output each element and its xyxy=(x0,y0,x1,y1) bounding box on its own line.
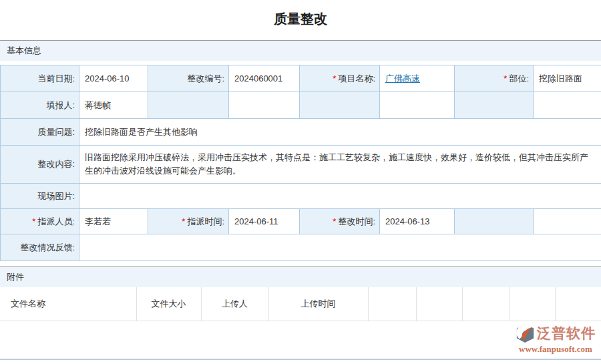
section-header-basic-info: 基本信息 xyxy=(0,40,601,61)
basic-info-form-table: 当前日期: 2024-06-10 整改编号: 2024060001 *项目名称:… xyxy=(0,65,601,261)
fanpu-brand-link[interactable]: 泛普软件 www.fanpusoft.com xyxy=(516,323,596,355)
attachment-col-uploader: 上传人 xyxy=(201,287,268,321)
footer-divider-line xyxy=(0,359,601,360)
site-photo-value xyxy=(79,184,601,209)
required-icon: * xyxy=(182,216,185,226)
rectify-no-label: 整改编号: xyxy=(148,65,229,92)
form-row-7: 整改情况反馈: xyxy=(1,234,601,261)
reporter-value: 蒋德帧 xyxy=(79,92,148,119)
section-header-basic-info-label: 基本信息 xyxy=(7,45,41,55)
project-name-label: *项目名称: xyxy=(300,65,380,92)
rectify-content-label: 整改内容: xyxy=(1,146,79,184)
reporter-label: 填报人: xyxy=(1,92,79,119)
empty-label-cell xyxy=(300,92,380,119)
brand-row: 泛普软件 xyxy=(516,323,596,343)
rectify-time-label: *整改时间: xyxy=(300,209,380,234)
required-icon: * xyxy=(333,73,336,83)
site-photo-label: 现场图片: xyxy=(1,184,79,209)
form-row-1: 当前日期: 2024-06-10 整改编号: 2024060001 *项目名称:… xyxy=(1,65,601,92)
form-row-4: 整改内容: 旧路面挖除采用冲压破碎法，采用冲击压实技术，其特点是：施工工艺较复杂… xyxy=(1,146,601,184)
required-icon: * xyxy=(333,216,336,226)
required-icon: * xyxy=(504,73,507,83)
empty-label-cell xyxy=(455,92,534,119)
assign-time-label: *指派时间: xyxy=(148,209,229,234)
assign-time-value: 2024-06-11 xyxy=(229,209,300,234)
attachment-header-empty-cell xyxy=(462,287,509,321)
quality-issue-label: 质量问题: xyxy=(1,119,79,146)
rectify-content-value: 旧路面挖除采用冲压破碎法，采用冲击压实技术，其特点是：施工工艺较复杂，施工速度快… xyxy=(79,146,601,184)
assignee-value: 李若若 xyxy=(79,209,148,234)
empty-value-cell xyxy=(534,92,601,119)
attachments-header-row: 文件名称 文件大小 上传人 上传时间 xyxy=(0,287,601,321)
attachment-col-file-name: 文件名称 xyxy=(0,287,136,321)
brand-website: www.fanpusoft.com xyxy=(516,344,596,355)
empty-label-cell xyxy=(148,92,229,119)
brand-name: 泛普软件 xyxy=(537,324,596,343)
attachments-table: 文件名称 文件大小 上传人 上传时间 xyxy=(0,287,601,321)
quality-issue-value: 挖除旧路面是否产生其他影响 xyxy=(79,119,601,146)
form-row-3: 质量问题: 挖除旧路面是否产生其他影响 xyxy=(1,119,601,146)
attachment-header-empty-cell xyxy=(555,287,601,321)
empty-value-cell xyxy=(229,92,300,119)
page-footer: 泛普软件 www.fanpusoft.com xyxy=(0,321,601,363)
fanpu-logo-icon xyxy=(516,323,536,343)
attachment-col-upload-time: 上传时间 xyxy=(268,287,368,321)
feedback-label: 整改情况反馈: xyxy=(1,234,79,261)
project-name-value: 广佛高速 xyxy=(380,65,455,92)
form-row-6: *指派人员: 李若若 *指派时间: 2024-06-11 *整改时间: 2024… xyxy=(1,209,601,234)
empty-value-cell xyxy=(380,92,455,119)
assignee-label: *指派人员: xyxy=(1,209,79,234)
required-icon: * xyxy=(32,216,35,226)
feedback-value xyxy=(79,234,601,261)
rectify-no-value: 2024060001 xyxy=(229,65,300,92)
rectify-time-value: 2024-06-13 xyxy=(380,209,455,234)
part-label: *部位: xyxy=(455,65,534,92)
empty-value-cell xyxy=(534,209,601,234)
empty-label-cell xyxy=(455,209,534,234)
attachment-header-empty-cell xyxy=(509,287,555,321)
project-name-link[interactable]: 广佛高速 xyxy=(385,73,420,83)
spacer xyxy=(0,261,601,266)
form-row-2: 填报人: 蒋德帧 xyxy=(1,92,601,119)
quality-rectification-page: 质量整改 基本信息 当前日期: 2024-06-10 整改编号: 2024060… xyxy=(0,0,601,364)
current-date-value: 2024-06-10 xyxy=(79,65,148,92)
section-header-attachments: 附件 xyxy=(0,266,601,287)
attachment-header-empty-cell xyxy=(416,287,462,321)
current-date-label: 当前日期: xyxy=(1,65,79,92)
attachment-col-file-size: 文件大小 xyxy=(136,287,201,321)
attachment-header-empty-cell xyxy=(368,287,416,321)
part-value: 挖除旧路面 xyxy=(534,65,601,92)
page-title: 质量整改 xyxy=(0,0,601,40)
section-header-attachments-label: 附件 xyxy=(7,272,24,282)
form-row-5: 现场图片: xyxy=(1,184,601,209)
